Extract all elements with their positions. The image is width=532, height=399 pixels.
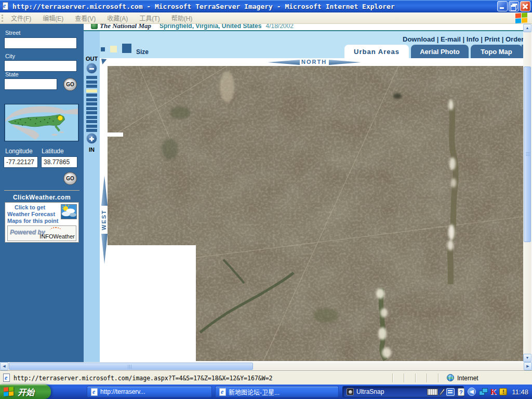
task-label: 新地图论坛-卫星... bbox=[229, 388, 280, 396]
scroll-right-icon[interactable]: ▶ bbox=[524, 362, 532, 370]
menu-edit[interactable]: 编辑(E) bbox=[37, 14, 69, 22]
map-corner-pointer-icon bbox=[101, 58, 108, 64]
keyboard-icon[interactable] bbox=[427, 389, 438, 395]
west-arrow-up-icon bbox=[101, 176, 108, 206]
network-icon[interactable] bbox=[479, 388, 487, 395]
clock[interactable]: 11:48 bbox=[512, 388, 528, 396]
infoweather-logo[interactable]: Powered by INFOWeather bbox=[7, 225, 76, 241]
vertical-scroll-thumb[interactable] bbox=[524, 66, 531, 242]
no-coverage-area bbox=[108, 245, 196, 361]
scroll-grip bbox=[526, 152, 530, 157]
title-bar[interactable]: e http://terraserver.microsoft.com - Mic… bbox=[0, 0, 532, 12]
clickweather-title: ClickWeather.com bbox=[0, 194, 84, 201]
infoweather-arc-icon bbox=[50, 227, 61, 233]
north-arrow-right-icon bbox=[329, 60, 361, 65]
no-coverage-notch bbox=[108, 132, 123, 137]
ie-document-icon: e bbox=[2, 2, 10, 10]
scroll-grip bbox=[128, 365, 132, 369]
infoweather-brand: INFOWeather bbox=[39, 233, 75, 240]
zoom-out-icon[interactable] bbox=[86, 63, 97, 74]
menu-bar: 文件(F) 编辑(E) 查看(V) 收藏(A) 工具(T) 帮助(H) bbox=[0, 12, 532, 24]
address-go-button[interactable]: GO bbox=[63, 78, 77, 91]
west-arrow-down-icon bbox=[101, 234, 108, 264]
help-icon[interactable]: ? bbox=[458, 388, 464, 396]
menu-drag-handle[interactable] bbox=[2, 15, 3, 22]
status-url: http://terraserver.microsoft.com/image.a… bbox=[14, 375, 273, 382]
search-sidebar: Street City State GO Longitude Latitude … bbox=[0, 24, 84, 362]
size-small-button[interactable] bbox=[101, 47, 105, 51]
antivirus-icon[interactable]: K bbox=[490, 388, 497, 396]
scroll-down-icon[interactable]: ▼ bbox=[523, 354, 531, 362]
hide-icons-chevron-icon[interactable]: ◀ bbox=[468, 388, 476, 396]
location-text: Springfield, Virginia, United States bbox=[159, 24, 261, 30]
zoom-strip: OUT IN bbox=[84, 31, 100, 362]
window-title: http://terraserver.microsoft.com - Micro… bbox=[12, 3, 496, 10]
ie-icon bbox=[91, 388, 98, 396]
alert-icon[interactable]: ! bbox=[499, 388, 507, 395]
toolbar-band: Download | E-mail | Info | Print | Order… bbox=[84, 31, 523, 58]
street-input[interactable] bbox=[4, 37, 77, 49]
security-zone: Internet bbox=[457, 375, 478, 382]
size-label: Size bbox=[136, 48, 149, 56]
coords-go-button[interactable]: GO bbox=[63, 172, 77, 185]
tab-urban-areas[interactable]: Urban Areas bbox=[344, 45, 409, 58]
restore-icon[interactable] bbox=[509, 1, 519, 11]
ultrasnap-icon bbox=[347, 388, 354, 395]
longitude-input[interactable] bbox=[4, 156, 38, 168]
street-label: Street bbox=[5, 30, 20, 36]
west-label: WEST bbox=[101, 207, 108, 233]
menu-favorites[interactable]: 收藏(A) bbox=[101, 14, 134, 22]
menu-help[interactable]: 帮助(H) bbox=[166, 14, 198, 22]
zoom-level-bars[interactable] bbox=[86, 76, 97, 134]
national-map-logo-icon bbox=[91, 24, 98, 29]
task-label: http://terraserv... bbox=[100, 388, 145, 395]
aerial-imagery[interactable] bbox=[108, 66, 523, 361]
task-map-forum[interactable]: 新地图论坛-卫星... bbox=[215, 386, 339, 397]
system-tray: ? ◀ K ! 11:48 bbox=[427, 384, 532, 399]
status-bar: http://terraserver.microsoft.com/image.a… bbox=[0, 370, 532, 384]
zoom-out-label: OUT bbox=[84, 56, 100, 62]
city-input[interactable] bbox=[4, 60, 77, 72]
tab-topo-map[interactable]: Topo Map bbox=[471, 45, 522, 58]
menu-tools[interactable]: 工具(T) bbox=[134, 14, 165, 22]
start-button[interactable]: 开始 bbox=[0, 384, 51, 399]
north-arrow-left-icon bbox=[268, 60, 300, 65]
menu-file[interactable]: 文件(F) bbox=[5, 14, 37, 22]
internet-globe-icon bbox=[447, 374, 454, 381]
weather-forecast-link[interactable]: Click to get Weather Forecast Maps for t… bbox=[5, 202, 79, 243]
weather-icon bbox=[61, 204, 77, 219]
task-terraserver[interactable]: http://terraserv... bbox=[87, 386, 212, 397]
pan-north-bar[interactable]: NORTH bbox=[100, 58, 523, 66]
language-bar-icon[interactable] bbox=[446, 388, 455, 396]
usa-locator-map[interactable] bbox=[4, 104, 79, 141]
taskbar: 开始 http://terraserv... 新地图论坛-卫星... Ultra… bbox=[0, 384, 532, 399]
vertical-scrollbar[interactable]: ▲ ▼ bbox=[523, 24, 531, 362]
menu-view[interactable]: 查看(V) bbox=[69, 14, 101, 22]
weather-line-1: Click to get bbox=[15, 204, 45, 210]
location-marker-dot bbox=[58, 115, 63, 121]
page-icon bbox=[3, 374, 10, 382]
zoom-in-icon[interactable] bbox=[86, 133, 97, 144]
close-icon[interactable] bbox=[520, 1, 530, 11]
scroll-left-icon[interactable]: ◀ bbox=[0, 362, 8, 370]
action-links[interactable]: Download | E-mail | Info | Print | Order… bbox=[403, 35, 523, 43]
state-input[interactable] bbox=[4, 78, 57, 90]
tab-aerial-photo[interactable]: Aerial Photo bbox=[411, 45, 469, 58]
state-label: State bbox=[5, 71, 19, 77]
minimize-icon[interactable] bbox=[497, 1, 508, 11]
horizontal-scrollbar[interactable]: ◀ ▶ bbox=[0, 362, 532, 370]
weather-line-3: Maps for this point bbox=[7, 218, 58, 224]
pan-west-bar[interactable]: WEST bbox=[101, 176, 108, 264]
latitude-label: Latitude bbox=[42, 148, 64, 155]
latitude-input[interactable] bbox=[41, 156, 77, 168]
size-large-button[interactable] bbox=[122, 44, 131, 53]
windows-flag-icon bbox=[4, 387, 15, 397]
horizontal-scroll-thumb[interactable] bbox=[9, 363, 253, 370]
scroll-up-icon[interactable]: ▲ bbox=[523, 24, 531, 32]
windows-flag-icon bbox=[515, 12, 529, 24]
ie-icon bbox=[219, 388, 226, 396]
size-medium-button[interactable] bbox=[110, 46, 117, 52]
north-label: NORTH bbox=[301, 59, 327, 65]
pen-input-icon[interactable] bbox=[439, 388, 445, 395]
zoom-in-label: IN bbox=[84, 147, 100, 153]
